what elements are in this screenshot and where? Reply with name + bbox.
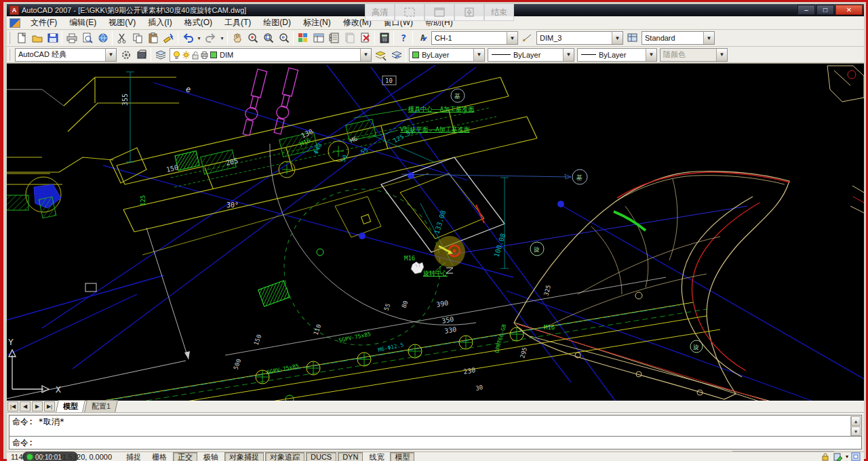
layer-previous-icon[interactable] (389, 47, 404, 62)
command-window[interactable]: 命令: *取消* ▲ ▼ 命令: ◀ ▶ (7, 412, 864, 452)
make-object-layer-current-icon[interactable] (373, 47, 389, 62)
menu-file[interactable]: 文件(F) (24, 16, 63, 30)
save-icon[interactable] (45, 31, 60, 45)
plot-preview-icon[interactable] (79, 31, 95, 45)
table-style-combo[interactable]: Standard▼ (642, 31, 715, 45)
toggle-osnap[interactable]: 对象捕捉 (224, 452, 264, 461)
pan-icon[interactable] (229, 31, 245, 45)
zoom-realtime-icon[interactable] (245, 31, 260, 45)
maximize-button[interactable]: □ (816, 5, 834, 15)
toggle-dyn[interactable]: DYN (338, 452, 363, 461)
menu-dimension[interactable]: 标注(N) (297, 16, 337, 30)
toggle-snap[interactable]: 捕捉 (121, 452, 146, 461)
linetype-combo[interactable]: ByLayer ▼ (488, 48, 574, 62)
recorder-end-button[interactable]: 结束 (484, 3, 514, 21)
properties-icon[interactable] (295, 31, 311, 45)
quickcalc-icon[interactable] (376, 31, 392, 45)
select-region-icon[interactable] (395, 3, 425, 21)
open-icon[interactable] (29, 31, 45, 45)
tab-next-button[interactable]: ▶ (32, 401, 43, 412)
dim-style-combo[interactable]: DIM_3▼ (536, 31, 623, 45)
drawing-area[interactable]: 355 205 150 130 Φ40 50 M16 M6 133.08 100… (7, 63, 864, 401)
tab-prev-button[interactable]: ◀ (20, 401, 31, 412)
menu-edit[interactable]: 编辑(E) (63, 16, 102, 30)
plot-icon[interactable] (64, 31, 79, 45)
menu-insert[interactable]: 插入(I) (142, 16, 178, 30)
paste-icon[interactable] (145, 31, 161, 45)
tab-layout1[interactable]: 配置1 (84, 400, 118, 412)
tab-model[interactable]: 模型 (56, 400, 85, 412)
scroll-up-icon[interactable]: ▲ (851, 416, 861, 426)
toggle-lineweight[interactable]: 线宽 (364, 452, 389, 461)
cad-drawing[interactable]: 355 205 150 130 Φ40 50 M16 M6 133.08 100… (7, 64, 868, 401)
svg-text:10: 10 (385, 77, 393, 84)
my-workspace-icon[interactable] (134, 47, 149, 62)
markup-manager-icon[interactable] (357, 31, 373, 45)
menu-draw[interactable]: 绘图(D) (257, 16, 297, 30)
communication-center-icon[interactable] (833, 452, 844, 461)
rail-markers (256, 327, 524, 384)
redo-icon[interactable] (203, 31, 218, 45)
chevron-down-icon[interactable]: ▼ (105, 49, 116, 61)
chevron-down-icon[interactable]: ▼ (360, 49, 371, 61)
menu-view[interactable]: 视图(V) (102, 16, 142, 30)
recorder-hd-button[interactable]: 高清 (365, 3, 395, 21)
tool-palettes-icon[interactable] (326, 31, 342, 45)
svg-text:基: 基 (454, 93, 460, 100)
undo-icon[interactable] (180, 31, 195, 45)
zoom-previous-icon[interactable] (276, 31, 292, 45)
redo-dropdown-icon[interactable]: ▾ (218, 31, 226, 45)
new-icon[interactable] (14, 31, 29, 45)
workspace-combo[interactable]: AutoCAD 经典▼ (15, 48, 117, 62)
status-bar: 1146.5320, 4601.5320, 0.0000 捕捉 栅格 正交 极轴… (7, 452, 864, 461)
chevron-down-icon[interactable]: ▼ (473, 49, 484, 61)
match-properties-icon[interactable] (161, 31, 176, 45)
toolbar-grip[interactable] (9, 49, 12, 61)
recording-timer: 00:10:01 (22, 452, 78, 461)
webcam-icon[interactable] (454, 3, 484, 21)
color-combo[interactable]: ByLayer ▼ (409, 48, 485, 62)
tray-dropdown-icon[interactable]: ▾ (846, 454, 848, 460)
menu-tools[interactable]: 工具(T) (218, 16, 257, 30)
toggle-grid[interactable]: 栅格 (147, 452, 172, 461)
chevron-down-icon[interactable]: ▼ (507, 32, 517, 44)
help-icon[interactable]: ? (395, 31, 411, 45)
layer-manager-icon[interactable] (153, 47, 168, 62)
minimize-button[interactable]: – (797, 5, 815, 15)
publish-icon[interactable] (95, 31, 111, 45)
workspace-settings-icon[interactable] (118, 47, 134, 62)
toggle-polar[interactable]: 极轴 (199, 452, 223, 461)
toggle-ducs[interactable]: DUCS (306, 452, 336, 461)
color-swatch (412, 52, 419, 58)
command-input[interactable]: 命令: ◀ ▶ (9, 437, 862, 449)
svg-text:M16: M16 (404, 255, 415, 262)
command-vscrollbar[interactable]: ▲ ▼ (850, 416, 861, 436)
copy-icon[interactable] (130, 31, 145, 45)
sheetset-manager-icon[interactable] (342, 31, 357, 45)
clean-screen-icon[interactable] (850, 452, 861, 461)
chevron-down-icon[interactable]: ▼ (646, 49, 656, 61)
tab-first-button[interactable]: |◀ (7, 401, 18, 412)
command-history[interactable]: 命令: *取消* ▲ ▼ (9, 415, 862, 437)
cut-icon[interactable] (114, 31, 130, 45)
chevron-down-icon[interactable]: ▼ (703, 32, 714, 44)
undo-dropdown-icon[interactable]: ▾ (195, 31, 203, 45)
lineweight-combo[interactable]: ByLayer ▼ (577, 48, 657, 62)
svg-text:SGPV-75x85: SGPV-75x85 (267, 363, 300, 376)
menu-format[interactable]: 格式(O) (178, 16, 218, 30)
scroll-down-icon[interactable]: ▼ (851, 426, 861, 436)
tab-last-button[interactable]: ▶| (44, 401, 55, 412)
text-style-combo[interactable]: CH-1▼ (431, 31, 518, 45)
chevron-down-icon[interactable]: ▼ (612, 32, 623, 44)
toolbar-grip[interactable] (9, 32, 12, 44)
toggle-otrack[interactable]: 对象追踪 (265, 452, 304, 461)
toggle-model-space[interactable]: 模型 (390, 452, 414, 461)
close-button[interactable]: ✕ (835, 5, 863, 15)
toggle-ortho[interactable]: 正交 (173, 452, 197, 461)
toolbar-lock-icon[interactable] (820, 452, 831, 461)
designcenter-icon[interactable] (311, 31, 326, 45)
window-capture-icon[interactable] (425, 3, 454, 21)
layer-combo[interactable]: DIM ▼ (170, 48, 372, 62)
zoom-window-icon[interactable] (260, 31, 276, 45)
chevron-down-icon[interactable]: ▼ (563, 49, 574, 61)
